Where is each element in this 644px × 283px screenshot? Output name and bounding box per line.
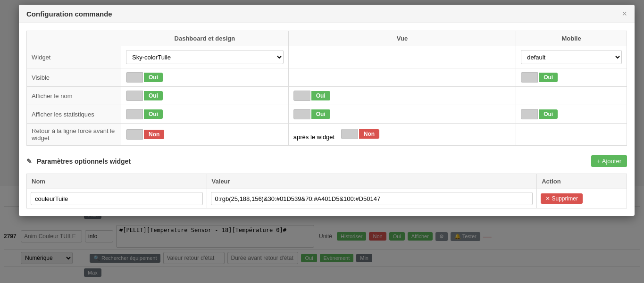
afficher-stats-mobile-cell: Oui	[516, 105, 627, 124]
params-table-header: Nom Valeur Action	[27, 174, 627, 189]
afficher-nom-vue-toggle: Oui	[293, 91, 511, 101]
toggle-off-7[interactable]	[521, 109, 538, 119]
widget-vue-cell	[288, 46, 516, 68]
retour-apres-non[interactable]: Non	[359, 129, 379, 139]
afficher-stats-label: Afficher les statistiques	[27, 105, 121, 124]
toggle-off-4[interactable]	[293, 91, 310, 101]
param-row-0: ✕ Supprimer	[27, 189, 627, 208]
config-table: Dashboard et design Vue Mobile Widget Sk…	[26, 31, 627, 146]
afficher-nom-dashboard-oui[interactable]: Oui	[144, 91, 163, 100]
visible-dashboard-toggle: Oui	[126, 72, 284, 83]
supprimer-btn-0[interactable]: ✕ Supprimer	[541, 193, 583, 204]
toggle-off-5[interactable]	[126, 109, 143, 119]
widget-label: Widget	[27, 46, 121, 68]
apres-label: après le widget	[293, 133, 335, 141]
visible-vue-cell	[288, 68, 516, 87]
widget-row: Widget Sky-colorTuile default	[27, 46, 627, 68]
visible-mobile-cell: Oui	[516, 68, 627, 87]
visible-mobile-toggle: Oui	[521, 72, 622, 83]
retour-dashboard-cell: Non	[121, 124, 289, 146]
retour-row: Retour à la ligne forcé avant le widget …	[27, 124, 627, 146]
param-nom-cell-0	[27, 189, 207, 208]
visible-dashboard-cell: Oui	[121, 68, 289, 87]
optional-section-title: ✎ Paramètres optionnels widget	[26, 158, 131, 165]
afficher-stats-dashboard-cell: Oui	[121, 105, 289, 124]
visible-dashboard-oui[interactable]: Oui	[144, 73, 163, 82]
toggle-off-1[interactable]	[126, 72, 143, 83]
ajouter-button[interactable]: + Ajouter	[591, 155, 627, 167]
retour-apres-toggle: Non	[341, 129, 379, 139]
widget-mobile-select[interactable]: default	[521, 50, 622, 64]
modal-close-button[interactable]: ×	[622, 9, 627, 18]
visible-row: Visible Oui Oui	[27, 68, 627, 87]
afficher-stats-vue-cell: Oui	[288, 105, 516, 124]
param-valeur-cell-0	[207, 189, 537, 208]
afficher-stats-mobile-toggle: Oui	[521, 109, 622, 119]
afficher-nom-mobile-cell	[516, 87, 627, 105]
afficher-nom-vue-oui[interactable]: Oui	[311, 91, 330, 100]
col-nom-header: Nom	[27, 174, 207, 189]
modal-title: Configuration commande	[26, 10, 112, 18]
col-valeur-header: Valeur	[207, 174, 537, 189]
afficher-stats-vue-oui[interactable]: Oui	[311, 109, 330, 119]
param-valeur-input-0[interactable]	[211, 192, 533, 205]
visible-mobile-oui[interactable]: Oui	[539, 73, 558, 82]
param-nom-input-0[interactable]	[31, 192, 203, 205]
retour-label: Retour à la ligne forcé avant le widget	[27, 124, 121, 146]
modal-header: Configuration commande ×	[19, 5, 635, 23]
retour-mobile-cell	[516, 124, 627, 146]
optional-title-group: ✎ Paramètres optionnels widget	[26, 158, 131, 165]
param-action-cell-0: ✕ Supprimer	[537, 189, 627, 208]
afficher-stats-dashboard-oui[interactable]: Oui	[144, 109, 163, 119]
afficher-nom-label: Afficher le nom	[27, 87, 121, 105]
optional-section-header: ✎ Paramètres optionnels widget + Ajouter	[26, 153, 627, 169]
col-header-mobile: Mobile	[516, 31, 627, 46]
widget-dashboard-select[interactable]: Sky-colorTuile	[126, 50, 284, 64]
widget-mobile-cell: default	[516, 46, 627, 68]
afficher-nom-row: Afficher le nom Oui Oui	[27, 87, 627, 105]
toggle-off-2[interactable]	[521, 72, 538, 83]
params-table: Nom Valeur Action ✕ Supprimer	[26, 174, 627, 208]
afficher-stats-mobile-oui[interactable]: Oui	[539, 109, 558, 119]
col-header-dashboard: Dashboard et design	[121, 31, 289, 46]
widget-dashboard-cell: Sky-colorTuile	[121, 46, 289, 68]
edit-icon: ✎	[26, 158, 32, 165]
retour-avant-toggle: Non	[126, 129, 284, 140]
afficher-nom-dashboard-cell: Oui	[121, 87, 289, 105]
retour-apres-cell: après le widget Non	[288, 124, 516, 146]
afficher-stats-row: Afficher les statistiques Oui Oui	[27, 105, 627, 124]
toggle-off-6[interactable]	[293, 109, 310, 119]
col-header-empty	[27, 31, 121, 46]
afficher-stats-dashboard-toggle: Oui	[126, 109, 284, 119]
retour-avant-non[interactable]: Non	[144, 130, 164, 139]
toggle-off-3[interactable]	[126, 91, 143, 101]
afficher-nom-vue-cell: Oui	[288, 87, 516, 105]
afficher-nom-dashboard-toggle: Oui	[126, 91, 284, 101]
col-action-header: Action	[537, 174, 627, 189]
visible-label: Visible	[27, 68, 121, 87]
afficher-stats-vue-toggle: Oui	[293, 109, 511, 119]
toggle-off-9[interactable]	[341, 129, 358, 139]
col-header-vue: Vue	[288, 31, 516, 46]
config-modal: Configuration commande × Dashboard et de…	[19, 5, 635, 216]
toggle-off-8[interactable]	[126, 129, 143, 140]
